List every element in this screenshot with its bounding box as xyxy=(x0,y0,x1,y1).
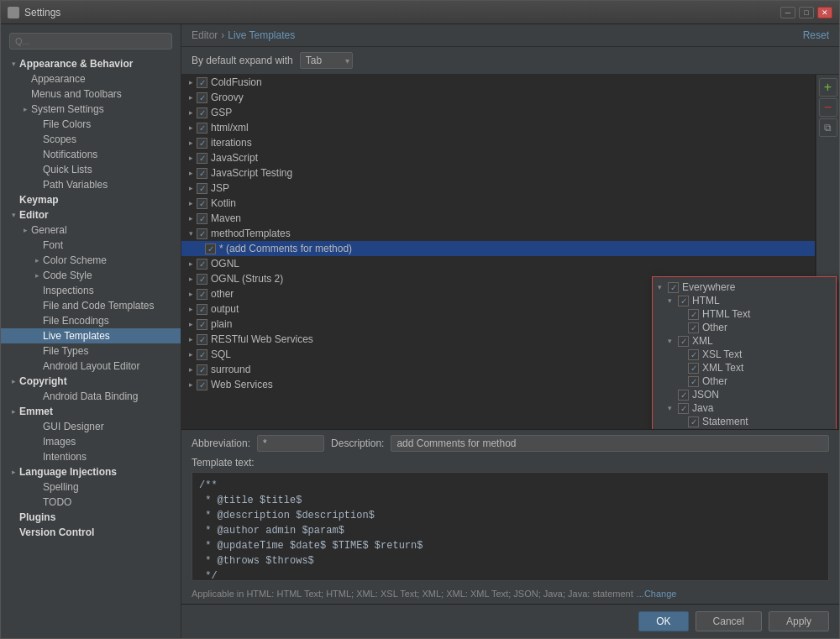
template-group-groovy[interactable]: Groovy xyxy=(181,90,815,105)
remove-template-button[interactable]: − xyxy=(819,98,837,117)
popup-item-xml-other[interactable]: Other xyxy=(653,374,836,388)
template-text-area[interactable]: /** * @title $title$ * @description $des… xyxy=(192,472,829,581)
popup-item-xml-text[interactable]: XML Text xyxy=(653,361,836,374)
template-group-iterations[interactable]: iterations xyxy=(181,135,815,150)
sidebar-item-version-control[interactable]: Version Control xyxy=(1,525,181,540)
popup-item-everywhere[interactable]: ▾ Everywhere xyxy=(653,280,836,294)
sidebar-item-todo[interactable]: TODO xyxy=(1,495,181,510)
popup-item-html-other[interactable]: Other xyxy=(653,321,836,334)
sidebar-item-live-templates[interactable]: Live Templates xyxy=(1,328,181,343)
abbreviation-input[interactable] xyxy=(257,435,324,452)
description-input[interactable] xyxy=(391,435,829,452)
popup-checkbox[interactable] xyxy=(688,349,699,360)
template-checkbox[interactable] xyxy=(197,259,207,270)
popup-checkbox[interactable] xyxy=(678,390,689,401)
expand-select[interactable]: Tab Enter Space xyxy=(300,52,353,69)
minimize-button[interactable]: ─ xyxy=(780,7,795,18)
template-group-maven[interactable]: Maven xyxy=(181,211,815,226)
popup-item-html-text[interactable]: HTML Text xyxy=(653,307,836,321)
template-checkbox[interactable] xyxy=(197,334,207,345)
popup-checkbox[interactable] xyxy=(678,403,689,414)
copy-template-button[interactable]: ⧉ xyxy=(819,118,837,137)
template-checkbox[interactable] xyxy=(197,138,207,149)
sidebar-item-file-encodings[interactable]: File Encodings xyxy=(1,313,181,328)
template-checkbox[interactable] xyxy=(197,123,207,134)
sidebar-item-file-code-templates[interactable]: File and Code Templates xyxy=(1,298,181,313)
template-checkbox[interactable] xyxy=(197,349,207,360)
sidebar-item-spelling[interactable]: Spelling xyxy=(1,479,181,495)
sidebar-item-android-layout-editor[interactable]: Android Layout Editor xyxy=(1,359,181,374)
apply-button[interactable]: Apply xyxy=(769,611,829,631)
template-checkbox[interactable] xyxy=(197,228,207,239)
template-group-html-xml[interactable]: html/xml xyxy=(181,120,815,135)
popup-item-xml[interactable]: ▾ XML xyxy=(653,334,836,348)
sidebar-item-file-colors[interactable]: File Colors xyxy=(1,117,181,132)
template-checkbox[interactable] xyxy=(197,213,207,224)
search-input[interactable] xyxy=(9,33,172,50)
popup-checkbox[interactable] xyxy=(678,296,689,306)
template-item-add-comments[interactable]: * (add Comments for method) xyxy=(181,241,815,256)
ok-button[interactable]: OK xyxy=(638,611,688,631)
popup-item-json[interactable]: JSON xyxy=(653,388,836,401)
add-template-button[interactable]: + xyxy=(819,78,837,97)
template-checkbox[interactable] xyxy=(197,168,207,179)
template-checkbox[interactable] xyxy=(197,274,207,285)
popup-checkbox[interactable] xyxy=(668,282,679,293)
template-group-ognl[interactable]: OGNL xyxy=(181,256,815,271)
sidebar-item-language-injections[interactable]: Language Injections xyxy=(1,464,181,479)
sidebar-item-color-scheme[interactable]: Color Scheme xyxy=(1,253,181,268)
change-link[interactable]: ...Change xyxy=(637,589,677,599)
sidebar-item-appearance[interactable]: Appearance xyxy=(1,71,181,86)
sidebar-item-plugins[interactable]: Plugins xyxy=(1,510,181,525)
template-checkbox[interactable] xyxy=(197,289,207,300)
sidebar-item-quick-lists[interactable]: Quick Lists xyxy=(1,162,181,177)
sidebar-item-appearance-behavior[interactable]: Appearance & Behavior xyxy=(1,56,181,71)
reset-button[interactable]: Reset xyxy=(803,29,829,41)
template-checkbox[interactable] xyxy=(197,153,207,164)
popup-item-java[interactable]: ▾ Java xyxy=(653,401,836,415)
sidebar-item-emmet[interactable]: Emmet xyxy=(1,404,181,419)
sidebar-item-scopes[interactable]: Scopes xyxy=(1,132,181,147)
popup-checkbox[interactable] xyxy=(688,376,699,387)
cancel-button[interactable]: Cancel xyxy=(696,611,762,631)
template-group-jsp[interactable]: JSP xyxy=(181,181,815,196)
template-checkbox[interactable] xyxy=(197,183,207,194)
maximize-button[interactable]: □ xyxy=(799,7,814,18)
template-checkbox[interactable] xyxy=(197,92,207,103)
popup-item-html[interactable]: ▾ HTML xyxy=(653,294,836,307)
popup-item-expression[interactable]: Expression xyxy=(653,428,836,429)
sidebar-item-keymap[interactable]: Keymap xyxy=(1,192,181,207)
sidebar-item-editor[interactable]: Editor xyxy=(1,207,181,223)
sidebar-item-notifications[interactable]: Notifications xyxy=(1,147,181,162)
sidebar-item-gui-designer[interactable]: GUI Designer xyxy=(1,419,181,434)
template-checkbox[interactable] xyxy=(197,364,207,375)
popup-checkbox[interactable] xyxy=(688,322,699,333)
sidebar-item-intentions[interactable]: Intentions xyxy=(1,449,181,464)
popup-item-xsl-text[interactable]: XSL Text xyxy=(653,348,836,361)
sidebar-item-android-data-binding[interactable]: Android Data Binding xyxy=(1,389,181,404)
sidebar-item-system-settings[interactable]: System Settings xyxy=(1,102,181,117)
template-group-javascript-testing[interactable]: JavaScript Testing xyxy=(181,165,815,181)
template-group-javascript[interactable]: JavaScript xyxy=(181,150,815,165)
popup-checkbox[interactable] xyxy=(678,336,689,347)
sidebar-item-file-types[interactable]: File Types xyxy=(1,343,181,359)
sidebar-item-images[interactable]: Images xyxy=(1,434,181,449)
sidebar-item-path-variables[interactable]: Path Variables xyxy=(1,177,181,192)
popup-checkbox[interactable] xyxy=(688,309,699,320)
template-group-gsp[interactable]: GSP xyxy=(181,105,815,120)
sidebar-item-inspections[interactable]: Inspections xyxy=(1,283,181,298)
sidebar-item-general[interactable]: General xyxy=(1,223,181,238)
sidebar-item-copyright[interactable]: Copyright xyxy=(1,374,181,389)
template-group-method-templates[interactable]: methodTemplates xyxy=(181,226,815,241)
template-group-coldfusion[interactable]: ColdFusion xyxy=(181,75,815,90)
sidebar-item-menus-toolbars[interactable]: Menus and Toolbars xyxy=(1,86,181,102)
template-checkbox[interactable] xyxy=(197,198,207,209)
template-checkbox[interactable] xyxy=(197,304,207,315)
popup-item-statement[interactable]: Statement xyxy=(653,415,836,428)
popup-checkbox[interactable] xyxy=(688,363,699,374)
template-checkbox[interactable] xyxy=(197,77,207,88)
template-checkbox[interactable] xyxy=(197,319,207,330)
close-button[interactable]: ✕ xyxy=(817,7,832,18)
sidebar-item-code-style[interactable]: Code Style xyxy=(1,268,181,283)
template-group-kotlin[interactable]: Kotlin xyxy=(181,196,815,211)
